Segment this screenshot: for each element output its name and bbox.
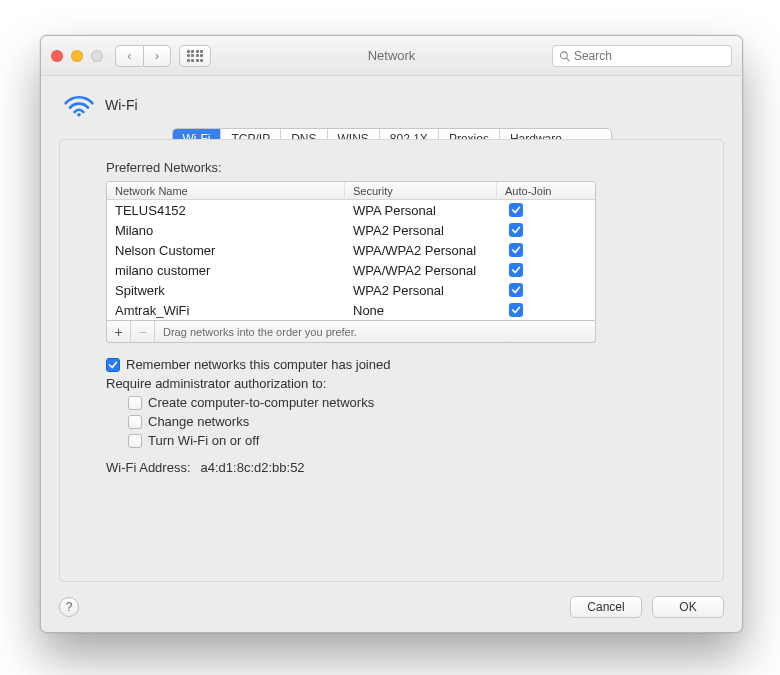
options-section: Remember networks this computer has join… [106,357,677,475]
wifi-address-label: Wi-Fi Address: [106,460,191,475]
close-icon[interactable] [51,50,63,62]
cell-autojoin [497,223,595,237]
cell-name: Nelson Customer [107,243,345,258]
require-opt-checkbox[interactable] [128,415,142,429]
minimize-icon[interactable] [71,50,83,62]
cell-security: WPA2 Personal [345,283,497,298]
svg-line-1 [567,58,570,61]
autojoin-checkbox[interactable] [509,223,523,237]
require-opt-checkbox[interactable] [128,434,142,448]
chevron-right-icon: › [155,48,159,63]
cell-autojoin [497,283,595,297]
drag-hint: Drag networks into the order you prefer. [163,326,357,338]
cell-name: Spitwerk [107,283,345,298]
wifi-panel: Preferred Networks: Network Name Securit… [59,139,724,582]
require-opt-label: Change networks [148,414,249,429]
col-network-name[interactable]: Network Name [107,182,345,200]
cell-autojoin [497,263,595,277]
page-title: Wi-Fi [105,97,138,113]
search-input[interactable] [574,49,725,63]
cell-autojoin [497,303,595,317]
autojoin-checkbox[interactable] [509,303,523,317]
table-row[interactable]: Nelson CustomerWPA/WPA2 Personal [107,240,595,260]
add-remove-buttons: + − [107,321,155,343]
forward-button[interactable]: › [143,45,171,67]
table-row[interactable]: MilanoWPA2 Personal [107,220,595,240]
back-button[interactable]: ‹ [115,45,143,67]
networks-table: Network Name Security Auto-Join TELUS415… [106,181,596,321]
nav-buttons: ‹ › [115,45,171,67]
header-row: Wi-Fi [59,88,724,118]
autojoin-checkbox[interactable] [509,243,523,257]
cell-autojoin [497,203,595,217]
table-row[interactable]: Amtrak_WiFiNone [107,300,595,320]
add-button[interactable]: + [107,321,131,343]
cell-name: TELUS4152 [107,203,345,218]
chevron-left-icon: ‹ [127,48,131,63]
traffic-lights [51,50,103,62]
show-all-button[interactable] [179,45,211,67]
cell-autojoin [497,243,595,257]
require-options: Create computer-to-computer networksChan… [128,395,677,448]
cell-security: WPA/WPA2 Personal [345,263,497,278]
search-box[interactable] [552,45,732,67]
svg-point-2 [77,113,81,117]
help-button[interactable]: ? [59,597,79,617]
remember-checkbox[interactable] [106,358,120,372]
cell-security: WPA2 Personal [345,223,497,238]
preferred-networks-label: Preferred Networks: [106,160,677,175]
require-opt-checkbox[interactable] [128,396,142,410]
require-opt-label: Create computer-to-computer networks [148,395,374,410]
wifi-icon [63,92,95,118]
wifi-address-value: a4:d1:8c:d2:bb:52 [201,460,305,475]
col-security[interactable]: Security [345,182,497,200]
wifi-address-row: Wi-Fi Address: a4:d1:8c:d2:bb:52 [106,460,677,475]
network-preferences-window: ‹ › Network Wi-Fi Wi-FiTCP/IPDNSWINS802.… [40,35,743,633]
cell-name: Milano [107,223,345,238]
ok-button[interactable]: OK [652,596,724,618]
require-label: Require administrator authorization to: [106,376,677,391]
require-opt-row[interactable]: Turn Wi-Fi on or off [128,433,677,448]
cell-name: milano customer [107,263,345,278]
content: Wi-Fi Wi-FiTCP/IPDNSWINS802.1XProxiesHar… [41,76,742,596]
require-opt-row[interactable]: Change networks [128,414,677,429]
zoom-icon[interactable] [91,50,103,62]
autojoin-checkbox[interactable] [509,263,523,277]
footer: ? Cancel OK [41,596,742,632]
table-footer: + − Drag networks into the order you pre… [106,321,596,343]
table-body: TELUS4152WPA PersonalMilanoWPA2 Personal… [107,200,595,320]
autojoin-checkbox[interactable] [509,203,523,217]
remember-row[interactable]: Remember networks this computer has join… [106,357,677,372]
cancel-button[interactable]: Cancel [570,596,642,618]
cell-security: WPA/WPA2 Personal [345,243,497,258]
search-icon [559,50,570,62]
cell-security: None [345,303,497,318]
require-opt-row[interactable]: Create computer-to-computer networks [128,395,677,410]
table-row[interactable]: milano customerWPA/WPA2 Personal [107,260,595,280]
remove-button[interactable]: − [131,321,155,343]
autojoin-checkbox[interactable] [509,283,523,297]
cell-name: Amtrak_WiFi [107,303,345,318]
require-opt-label: Turn Wi-Fi on or off [148,433,259,448]
titlebar: ‹ › Network [41,36,742,76]
cell-security: WPA Personal [345,203,497,218]
table-row[interactable]: TELUS4152WPA Personal [107,200,595,220]
table-header: Network Name Security Auto-Join [107,182,595,200]
remember-label: Remember networks this computer has join… [126,357,390,372]
grid-icon [187,50,204,62]
table-row[interactable]: SpitwerkWPA2 Personal [107,280,595,300]
col-auto-join[interactable]: Auto-Join [497,182,595,200]
